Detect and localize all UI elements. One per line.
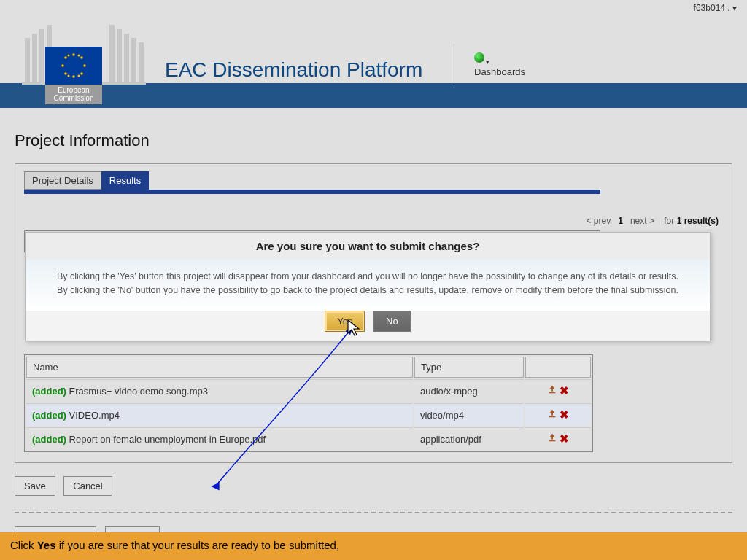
svg-point-20 [68, 75, 70, 77]
svg-rect-7 [124, 34, 129, 82]
cancel-button[interactable]: Cancel [63, 476, 112, 496]
file-type: video/mp4 [414, 403, 524, 426]
save-button[interactable]: Save [15, 476, 55, 496]
attachments-table: Name Type (added) Erasmus+ video demo so… [24, 354, 593, 452]
tab-project-details[interactable]: Project Details [24, 171, 101, 190]
topbar: f63b014 . ▾ [0, 0, 747, 16]
header: European Commission EAC Dissemination Pl… [0, 16, 747, 83]
dashboards-menu[interactable]: ▾ Dashboards [474, 52, 525, 77]
file-name: VIDEO.mp4 [69, 410, 120, 421]
file-name: Erasmus+ video demo song.mp3 [69, 386, 208, 397]
instruction-bar: Click Yes if you are sure that your resu… [0, 532, 747, 560]
instruction-bold: Yes [37, 539, 56, 551]
svg-point-14 [64, 56, 66, 58]
modal-title: Are you sure you want to submit changes? [26, 233, 710, 260]
instruction-suffix: if you are sure that your results are re… [56, 539, 340, 551]
delete-icon[interactable]: ✖ [560, 408, 569, 421]
svg-rect-1 [25, 38, 30, 82]
svg-point-11 [72, 75, 74, 77]
att-col-name: Name [26, 357, 413, 378]
added-badge: (added) [32, 386, 66, 397]
download-icon[interactable] [547, 384, 557, 394]
table-row: (added) Erasmus+ video demo song.mp3 aud… [26, 379, 591, 402]
file-type: application/pdf [414, 427, 524, 450]
added-badge: (added) [32, 410, 66, 421]
globe-icon [474, 52, 484, 63]
org-line2: Commission [53, 94, 93, 102]
instruction-prefix: Click [10, 539, 37, 551]
pager-page: 1 [618, 216, 623, 226]
modal-body: By clicking the 'Yes' button this projec… [26, 260, 710, 311]
header-separator [454, 44, 454, 84]
download-icon[interactable] [547, 432, 557, 443]
svg-rect-2 [32, 34, 37, 82]
svg-point-12 [61, 64, 63, 66]
file-type: audio/x-mpeg [414, 379, 524, 402]
svg-rect-8 [131, 38, 136, 82]
pager-prev[interactable]: < prev [586, 216, 611, 226]
svg-point-10 [72, 53, 74, 55]
divider [15, 512, 732, 513]
svg-point-18 [68, 55, 70, 57]
svg-rect-6 [117, 29, 122, 82]
att-col-type: Type [414, 357, 524, 378]
pager-suffix: result(s) [684, 216, 719, 226]
svg-point-19 [78, 55, 80, 57]
pager-for: for [664, 216, 674, 226]
file-name: Report on female unemployment in Europe.… [69, 434, 266, 445]
added-badge: (added) [32, 434, 66, 445]
topbar-caret-icon[interactable]: ▾ [732, 3, 737, 13]
user-label[interactable]: f63b014 . [694, 3, 730, 13]
svg-point-16 [64, 72, 66, 74]
svg-rect-3 [39, 29, 44, 82]
modal-yes-button[interactable]: Yes [325, 311, 365, 332]
tabs: Project Details Results [24, 171, 723, 190]
pager-count: 1 [677, 216, 682, 226]
pager-next[interactable]: next > [630, 216, 654, 226]
page-title: Project Information [15, 131, 732, 150]
table-row: (added) VIDEO.mp4 video/mp4 ✖ [26, 403, 591, 426]
dashboards-label: Dashboards [474, 66, 525, 77]
table-row: (added) Report on female unemployment in… [26, 427, 591, 450]
blue-bar [0, 83, 747, 108]
save-cancel-row: Save Cancel [15, 476, 732, 496]
platform-title: EAC Dissemination Platform [165, 58, 422, 82]
modal-line2: By clicking the 'No' button you have the… [57, 285, 678, 295]
svg-rect-9 [139, 42, 144, 82]
confirm-submit-modal: Are you sure you want to submit changes?… [25, 232, 711, 341]
chevron-down-icon: ▾ [486, 58, 489, 66]
tab-results[interactable]: Results [101, 171, 149, 190]
att-col-actions [525, 357, 591, 378]
delete-icon[interactable]: ✖ [560, 432, 569, 445]
modal-line1: By clicking the 'Yes' button this projec… [57, 271, 678, 281]
svg-point-21 [78, 75, 80, 77]
download-icon[interactable] [547, 408, 557, 419]
modal-buttons: Yes No [26, 311, 710, 341]
eu-flag-icon [45, 47, 102, 85]
svg-point-15 [80, 56, 82, 58]
tab-underline [24, 190, 600, 194]
svg-point-17 [80, 72, 82, 74]
modal-no-button[interactable]: No [374, 311, 411, 332]
svg-point-13 [83, 64, 85, 66]
svg-rect-5 [109, 25, 115, 82]
org-line1: European [58, 86, 89, 94]
delete-icon[interactable]: ✖ [560, 384, 569, 397]
pager: < prev 1 next > for 1 result(s) [24, 201, 723, 230]
eu-flag-block: European Commission [45, 47, 102, 104]
org-label: European Commission [45, 85, 102, 104]
